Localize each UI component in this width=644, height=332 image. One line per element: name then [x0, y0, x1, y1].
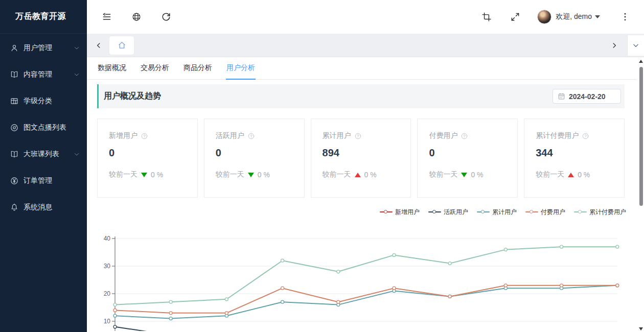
legend-item-3[interactable]: 付费用户 — [525, 208, 565, 217]
trend-down-triangle-icon — [141, 173, 147, 177]
sidebar-item-2[interactable]: 学级分类 — [0, 88, 87, 114]
bell-icon — [10, 203, 19, 212]
card-compare-label: 较前一天 — [216, 170, 244, 179]
card-title-row: 累计用户 — [323, 131, 400, 140]
sidebar-item-label: 图文点播列表 — [24, 123, 80, 132]
card-percent: 0 % — [364, 171, 377, 179]
sidebar-item-6[interactable]: 系统消息 — [0, 194, 87, 221]
chevron-down-icon — [74, 45, 80, 51]
top-toolbar: 欢迎, demo — [87, 0, 644, 34]
stat-card-3: 付费用户0较前一天0 % — [417, 118, 518, 198]
scroll-up-arrow[interactable] — [639, 60, 643, 63]
card-delta-row: 较前一天0 % — [536, 170, 613, 179]
chevron-right-icon[interactable] — [609, 40, 620, 51]
sidebar-item-0[interactable]: 用户管理 — [0, 35, 87, 61]
date-value: 2024-02-20 — [569, 92, 606, 101]
sidebar-item-1[interactable]: 内容管理 — [0, 61, 87, 88]
chevron-down-icon — [632, 42, 639, 49]
card-title-row: 累计付费用户 — [536, 131, 613, 140]
legend-label: 付费用户 — [541, 208, 565, 217]
question-circle-icon[interactable] — [351, 132, 362, 140]
card-title: 累计用户 — [323, 131, 351, 140]
sidebar-item-4[interactable]: 大班课列表 — [0, 141, 87, 168]
card-title: 付费用户 — [429, 131, 457, 140]
avatar[interactable] — [537, 10, 551, 24]
calendar-icon — [558, 92, 565, 100]
card-title: 新增用户 — [109, 131, 137, 140]
trend-up-triangle-icon — [568, 173, 574, 177]
welcome-text: 欢迎, demo — [556, 12, 592, 21]
card-title-row: 付费用户 — [429, 131, 506, 140]
card-title-row: 活跃用户 — [216, 131, 293, 140]
sidebar-item-5[interactable]: 订单管理 — [0, 168, 87, 194]
chevron-down-icon — [74, 151, 80, 157]
section-header: 用户概况及趋势 2024-02-20 — [97, 84, 625, 108]
globe-icon[interactable] — [131, 11, 142, 22]
legend-item-0[interactable]: 新增用户 — [380, 208, 420, 217]
card-value: 0 — [109, 147, 186, 159]
sidebar-item-label: 大班课列表 — [24, 150, 74, 159]
sidebar-item-label: 订单管理 — [24, 176, 80, 185]
home-icon — [118, 41, 126, 50]
svg-text:40: 40 — [104, 235, 111, 242]
date-picker-input[interactable]: 2024-02-20 — [553, 89, 621, 104]
kebab-menu-icon[interactable] — [619, 11, 631, 22]
card-delta-row: 较前一天0 % — [323, 170, 400, 179]
chevron-left-icon[interactable] — [93, 40, 104, 51]
card-value: 0 — [429, 147, 506, 159]
svg-text:10: 10 — [104, 318, 111, 325]
legend-label: 累计付费用户 — [589, 208, 626, 217]
chevron-down-icon — [74, 72, 80, 78]
main-column: 欢迎, demo 数据概况交易分析商品分析用户分析 — [87, 0, 644, 332]
legend-item-1[interactable]: 活跃用户 — [428, 208, 468, 217]
sidebar: 万岳教育开源 用户管理内容管理学级分类图文点播列表大班课列表订单管理系统消息 — [0, 0, 87, 332]
tab-1[interactable]: 交易分析 — [140, 57, 170, 80]
home-tab[interactable] — [109, 36, 134, 55]
sidebar-menu: 用户管理内容管理学级分类图文点播列表大班课列表订单管理系统消息 — [0, 34, 87, 221]
card-value: 0 — [216, 147, 293, 159]
refresh-icon[interactable] — [160, 11, 172, 22]
fullscreen-icon[interactable] — [510, 11, 521, 22]
legend-item-2[interactable]: 累计用户 — [477, 208, 517, 217]
scroll-down-arrow[interactable] — [639, 327, 643, 330]
card-delta-row: 较前一天0 % — [429, 170, 506, 179]
legend-line-marker-icon — [574, 209, 587, 215]
question-circle-icon[interactable] — [579, 132, 589, 140]
card-delta-row: 较前一天0 % — [216, 170, 293, 179]
card-delta-row: 较前一天0 % — [109, 170, 186, 179]
question-circle-icon[interactable] — [137, 132, 148, 140]
vertical-scrollbar[interactable] — [639, 60, 643, 330]
trend-down-triangle-icon — [461, 173, 467, 177]
card-title: 累计付费用户 — [536, 131, 579, 140]
crop-screenshot-icon[interactable] — [481, 11, 492, 22]
card-value: 344 — [536, 147, 613, 159]
tab-3[interactable]: 用户分析 — [226, 57, 256, 80]
legend-line-marker-icon — [525, 209, 538, 215]
user-icon — [10, 43, 19, 53]
scrollbar-thumb[interactable] — [639, 67, 643, 206]
tab-2[interactable]: 商品分析 — [183, 57, 213, 80]
legend-line-marker-icon — [477, 209, 490, 215]
tab-0[interactable]: 数据概况 — [97, 57, 127, 80]
card-value: 894 — [323, 147, 400, 159]
welcome-user-menu[interactable]: 欢迎, demo — [556, 12, 600, 21]
trend-up-triangle-icon — [355, 173, 361, 177]
sidebar-item-3[interactable]: 图文点播列表 — [0, 114, 87, 141]
sidebar-item-label: 内容管理 — [24, 70, 74, 79]
legend-item-4[interactable]: 累计付费用户 — [574, 208, 626, 217]
section-title: 用户概况及趋势 — [104, 91, 553, 102]
card-percent: 0 % — [151, 171, 163, 179]
user-trend-chart: 10203040 — [95, 231, 626, 331]
card-compare-label: 较前一天 — [429, 170, 457, 179]
book-icon — [10, 150, 19, 159]
card-title: 活跃用户 — [216, 131, 244, 140]
book-icon — [10, 70, 19, 79]
sidebar-item-label: 用户管理 — [24, 43, 74, 53]
sidebar-item-label: 系统消息 — [24, 203, 80, 212]
question-circle-icon[interactable] — [244, 132, 255, 140]
chevron-down-icon — [595, 15, 600, 18]
legend-label: 活跃用户 — [444, 208, 468, 217]
tabs-menu-button[interactable] — [627, 35, 644, 56]
question-circle-icon[interactable] — [457, 132, 468, 140]
collapse-sidebar-icon[interactable] — [101, 11, 112, 22]
